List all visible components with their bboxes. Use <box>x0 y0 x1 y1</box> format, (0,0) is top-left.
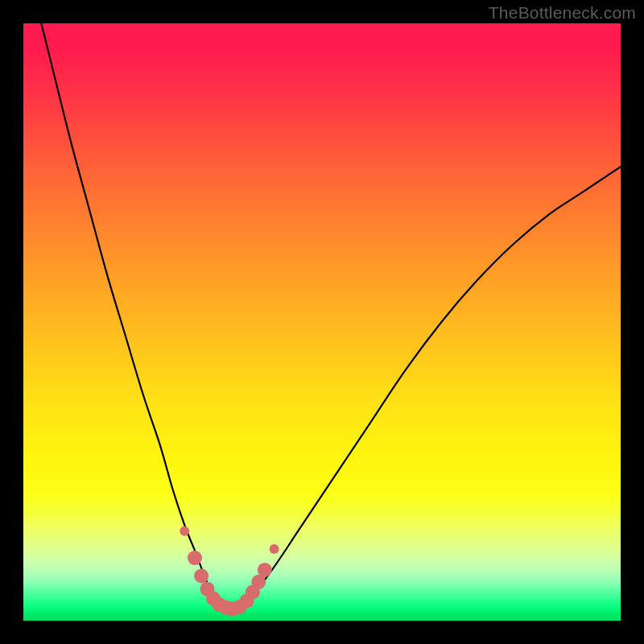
curve-marker <box>180 526 189 536</box>
bottleneck-curve <box>41 23 621 609</box>
watermark-text: TheBottleneck.com <box>489 3 636 23</box>
curve-marker <box>188 551 202 565</box>
plot-area <box>23 23 621 621</box>
chart-svg <box>23 23 621 621</box>
curve-markers <box>180 526 279 617</box>
chart-frame: TheBottleneck.com <box>0 0 644 644</box>
curve-marker <box>258 563 272 577</box>
curve-marker <box>194 568 208 583</box>
curve-marker <box>270 544 279 554</box>
